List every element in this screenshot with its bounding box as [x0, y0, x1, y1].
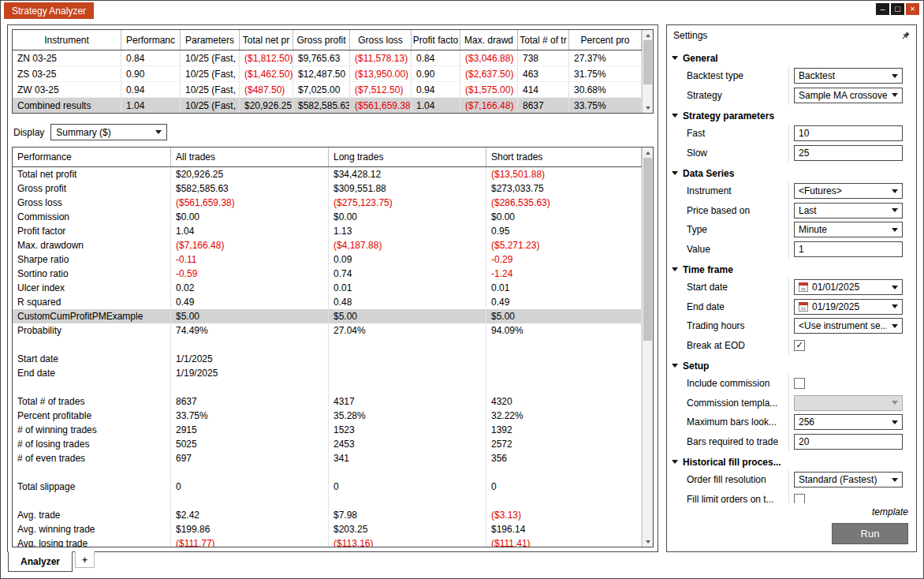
price-based-on-dropdown[interactable]: Last: [794, 203, 903, 219]
pin-icon[interactable]: [901, 32, 910, 40]
table-row[interactable]: Percent profitable33.75%35.28%32.22%: [13, 409, 642, 423]
fill-limit-orders-checkbox[interactable]: [794, 494, 805, 503]
settings-section-general[interactable]: General: [672, 50, 908, 66]
table-row[interactable]: [13, 338, 642, 352]
scrollbar-thumb[interactable]: [643, 158, 652, 341]
table-row[interactable]: Sortino ratio-0.590.74-1.24: [13, 267, 642, 281]
add-tab-button[interactable]: +: [75, 551, 95, 568]
column-header[interactable]: Instrument: [13, 30, 121, 50]
table-row[interactable]: CustomCumProfitPMExample$5.00$5.00$5.00: [13, 309, 642, 323]
settings-section-time-frame[interactable]: Time frame: [672, 261, 908, 278]
cell: $20,926.25: [240, 98, 293, 113]
table-row[interactable]: Total net profit$20,926.25$34,428.12($13…: [13, 167, 642, 181]
cell: End date: [13, 366, 171, 380]
table-row[interactable]: [13, 380, 642, 394]
include-commission-checkbox[interactable]: [794, 378, 805, 389]
column-header[interactable]: Profit facto: [412, 30, 460, 50]
maximum-bars-lookback-dropdown[interactable]: 256: [794, 414, 903, 430]
field-control-area: 01/19/2025: [788, 297, 908, 317]
template-link[interactable]: template: [872, 506, 908, 517]
slow-input[interactable]: 25: [794, 145, 903, 161]
table-row[interactable]: Total # of trades863743174320: [13, 394, 642, 409]
instrument-dropdown[interactable]: <Futures>: [794, 183, 903, 199]
table-row[interactable]: Total slippage000: [13, 480, 642, 494]
collapse-arrow-icon: [672, 267, 678, 271]
settings-section-historical-fill-proces[interactable]: Historical fill proces...: [672, 454, 908, 470]
table-row[interactable]: # of even trades697341356: [13, 451, 642, 465]
table-row[interactable]: Combined results1.0410/25 (Fast,$20,926.…: [13, 98, 642, 113]
column-header[interactable]: Total net pr: [240, 30, 293, 50]
vertical-scrollbar[interactable]: [642, 30, 653, 113]
column-header[interactable]: Total # of tr: [518, 30, 569, 50]
column-header[interactable]: Performanc: [121, 30, 181, 50]
table-row[interactable]: [13, 465, 642, 480]
cell: Ulcer index: [13, 281, 171, 295]
cell: [171, 380, 329, 394]
table-row[interactable]: Profit factor1.041.130.95: [13, 224, 642, 238]
cell: ($111.41): [486, 536, 642, 547]
window-title-tab[interactable]: Strategy Analyzer: [4, 2, 94, 19]
field-control-area: 01/01/2025: [788, 278, 908, 297]
tab-analyzer[interactable]: Analyzer: [8, 551, 73, 572]
close-button[interactable]: ×: [906, 3, 919, 15]
scrollbar-thumb[interactable]: [643, 40, 652, 84]
order-fill-resolution-dropdown[interactable]: Standard (Fastest): [794, 472, 903, 487]
table-row[interactable]: # of winning trades291515231392: [13, 423, 642, 437]
table-row[interactable]: Commission$0.00$0.00$0.00: [13, 210, 642, 224]
settings-section-strategy-parameters[interactable]: Strategy parameters: [672, 107, 908, 124]
column-header[interactable]: Max. drawd: [460, 30, 518, 50]
trading-hours-dropdown[interactable]: <Use instrument se...: [794, 318, 903, 334]
column-header[interactable]: Percent pro: [569, 30, 642, 50]
backtest-type-dropdown[interactable]: Backtest: [794, 68, 903, 84]
settings-section-setup[interactable]: Setup: [672, 357, 908, 374]
table-row[interactable]: # of losing trades502524532572: [13, 437, 642, 451]
table-row[interactable]: End date1/19/2025: [13, 366, 642, 380]
table-row[interactable]: Avg. trade$2.42$7.98($3.13): [13, 508, 642, 522]
table-row[interactable]: ZW 03-250.9410/25 (Fast,($487.50)$7,025.…: [13, 82, 642, 98]
strategy-analyzer-window: Strategy Analyzer – □ × InstrumentPerfor…: [0, 0, 924, 579]
column-header[interactable]: Parameters: [181, 30, 240, 50]
scroll-up-button[interactable]: [643, 148, 653, 158]
table-row[interactable]: Avg. losing trade($111.77)($113.16)($111…: [13, 536, 642, 547]
arrow-down-icon: [646, 106, 650, 110]
column-header[interactable]: Short trades: [486, 148, 642, 166]
table-row[interactable]: Gross profit$582,585.63$309,551.88$273,0…: [13, 181, 642, 196]
scrollbar-track[interactable]: [643, 40, 653, 103]
table-row[interactable]: Ulcer index0.020.010.01: [13, 281, 642, 295]
vertical-scrollbar[interactable]: [642, 148, 653, 547]
type-dropdown[interactable]: Minute: [794, 222, 903, 237]
chevron-down-icon: [155, 130, 162, 134]
table-row[interactable]: Gross loss($561,659.38)($275,123.75)($28…: [13, 196, 642, 210]
settings-section-data-series[interactable]: Data Series: [672, 165, 908, 181]
table-row[interactable]: Start date1/1/2025: [13, 352, 642, 366]
table-row[interactable]: Max. drawdown($7,166.48)($4,187.88)($5,2…: [13, 238, 642, 252]
table-row[interactable]: Sharpe ratio-0.110.09-0.29: [13, 252, 642, 267]
break-at-eod-checkbox[interactable]: ✓: [794, 340, 805, 351]
table-row[interactable]: Probability74.49%27.04%94.09%: [13, 323, 642, 338]
field-label: Fill limit orders on t...: [672, 490, 788, 504]
column-header[interactable]: All trades: [171, 148, 329, 166]
strategy-dropdown[interactable]: Sample MA crossover: [794, 88, 903, 103]
table-row[interactable]: R squared0.490.480.49: [13, 295, 642, 309]
scroll-down-button[interactable]: [643, 536, 653, 547]
scroll-up-button[interactable]: [643, 30, 653, 40]
column-header[interactable]: Long trades: [329, 148, 486, 166]
column-header[interactable]: Performance: [13, 148, 171, 166]
end-date-picker[interactable]: 01/19/2025: [794, 299, 903, 315]
table-row[interactable]: [13, 494, 642, 508]
scroll-down-button[interactable]: [643, 103, 653, 113]
table-row[interactable]: ZS 03-250.9010/25 (Fast,($1,462.50)$12,4…: [13, 66, 642, 82]
start-date-picker[interactable]: 01/01/2025: [794, 279, 903, 295]
table-row[interactable]: Avg. winning trade$199.86$203.25$196.14: [13, 522, 642, 536]
run-button[interactable]: Run: [832, 523, 908, 544]
maximize-button[interactable]: □: [891, 3, 904, 15]
column-header[interactable]: Gross profit: [293, 30, 350, 50]
minimize-button[interactable]: –: [876, 3, 889, 15]
fast-input[interactable]: 10: [794, 125, 903, 141]
value-input[interactable]: 1: [794, 241, 903, 257]
scrollbar-track[interactable]: [643, 158, 653, 536]
display-dropdown[interactable]: Summary ($): [50, 124, 167, 140]
column-header[interactable]: Gross loss: [350, 30, 412, 50]
table-row[interactable]: ZN 03-250.8410/25 (Fast,($1,812.50)$9,76…: [13, 50, 642, 66]
bars-required-to-trade-input[interactable]: 20: [794, 434, 903, 450]
